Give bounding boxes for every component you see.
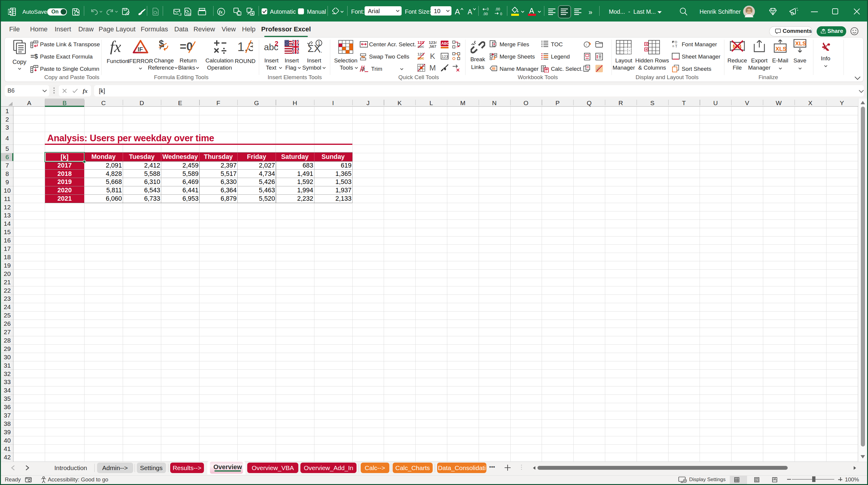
svg-text:0: 0 — [500, 12, 502, 16]
svg-text:O: O — [675, 41, 677, 44]
svg-text:i: i — [586, 43, 587, 46]
svg-text:XLS: XLS — [795, 40, 806, 47]
svg-text:A: A — [529, 6, 534, 15]
svg-text:fx: fx — [83, 88, 88, 94]
svg-text:=0: =0 — [180, 40, 193, 53]
svg-text:.00: .00 — [495, 7, 500, 11]
svg-text:T: T — [675, 44, 678, 48]
svg-text:A: A — [455, 7, 460, 16]
svg-text:XLS: XLS — [775, 46, 786, 52]
svg-text:n: n — [673, 44, 674, 48]
svg-text:,567: ,567 — [429, 44, 436, 49]
svg-text:PDF: PDF — [186, 13, 191, 16]
svg-text:.00: .00 — [483, 12, 488, 16]
svg-text:...: ... — [319, 47, 322, 54]
svg-text:IF: IF — [138, 46, 143, 53]
svg-text:ABC: ABC — [441, 41, 448, 46]
svg-text:A: A — [468, 8, 472, 16]
svg-text:fx: fx — [110, 39, 121, 54]
svg-text:0: 0 — [487, 7, 489, 11]
svg-text:1: 1 — [318, 41, 320, 46]
svg-text:2: 2 — [275, 40, 278, 47]
svg-text:fx: fx — [219, 9, 223, 14]
